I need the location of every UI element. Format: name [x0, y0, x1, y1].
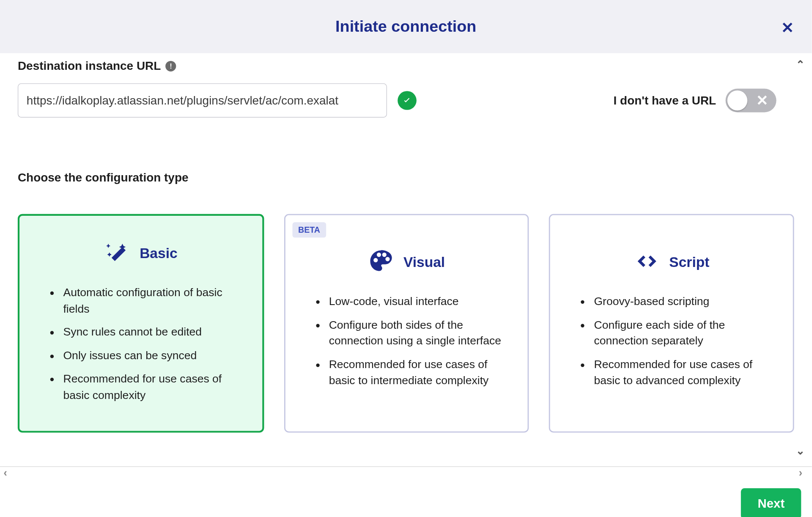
card-script-head: Script — [561, 248, 782, 277]
close-icon[interactable]: ✕ — [781, 19, 794, 37]
toggle-off-x-icon: ✕ — [756, 92, 768, 109]
toggle-knob — [727, 91, 747, 110]
card-basic-head: Basic — [30, 239, 251, 268]
modal-footer: Next — [0, 482, 812, 517]
modal-title: Initiate connection — [335, 17, 476, 36]
info-icon[interactable]: ! — [166, 60, 176, 71]
list-item: Sync rules cannot be edited — [61, 324, 244, 340]
url-input-row: I don't have a URL ✕ — [18, 83, 794, 118]
initiate-connection-modal: Initiate connection ✕ ⌃ Destination inst… — [0, 0, 812, 517]
card-basic-features: Automatic configuration of basic fields … — [30, 284, 251, 403]
config-type-title: Choose the configuration type — [18, 171, 794, 184]
modal-content: Destination instance URL ! I don't have … — [0, 53, 812, 467]
config-cards: Basic Automatic configuration of basic f… — [18, 214, 794, 433]
hscroll: ‹ › — [0, 467, 812, 482]
list-item: Configure both sides of the connection u… — [326, 316, 510, 349]
list-item: Configure each side of the connection se… — [592, 316, 775, 349]
scroll-left-caret[interactable]: ‹ — [3, 467, 7, 479]
scroll-down-caret[interactable]: ⌄ — [796, 445, 805, 458]
scroll-right-caret[interactable]: › — [799, 467, 802, 479]
card-basic-title: Basic — [140, 245, 177, 262]
beta-badge: BETA — [292, 222, 326, 237]
card-visual-title: Visual — [403, 254, 445, 271]
card-script-title: Script — [669, 254, 709, 271]
list-item: Low-code, visual interface — [326, 293, 510, 309]
no-url-block: I don't have a URL ✕ — [614, 89, 794, 113]
card-visual-head: Visual — [296, 248, 517, 277]
list-item: Recommended for use cases of basic compl… — [61, 371, 244, 403]
card-basic[interactable]: Basic Automatic configuration of basic f… — [18, 214, 264, 433]
code-icon — [634, 248, 660, 277]
destination-url-input[interactable] — [18, 83, 387, 118]
destination-url-label: Destination instance URL — [18, 59, 161, 73]
list-item: Groovy-based scripting — [592, 293, 775, 309]
wand-icon — [104, 239, 130, 268]
card-visual[interactable]: BETA Visual Low-code, visual interface C… — [284, 214, 529, 433]
next-button[interactable]: Next — [741, 488, 801, 517]
card-visual-features: Low-code, visual interface Configure bot… — [296, 293, 517, 389]
url-label-row: Destination instance URL ! — [18, 53, 794, 73]
no-url-label: I don't have a URL — [614, 94, 716, 107]
list-item: Automatic configuration of basic fields — [61, 284, 244, 317]
card-script-features: Groovy-based scripting Configure each si… — [561, 293, 782, 389]
list-item: Recommended for use cases of basic to ad… — [592, 356, 775, 389]
palette-icon — [368, 248, 394, 277]
card-script[interactable]: Script Groovy-based scripting Configure … — [549, 214, 794, 433]
no-url-toggle[interactable]: ✕ — [726, 89, 776, 113]
list-item: Recommended for use cases of basic to in… — [326, 356, 510, 389]
check-icon — [398, 91, 417, 110]
modal-header: Initiate connection ✕ — [0, 0, 812, 53]
list-item: Only issues can be synced — [61, 347, 244, 363]
